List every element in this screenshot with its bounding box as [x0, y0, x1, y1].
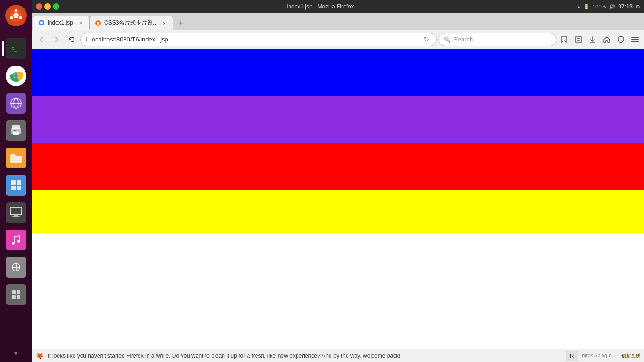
svg-point-4: [10, 16, 13, 19]
svg-rect-20: [11, 186, 16, 190]
taskbar-icon-misc2[interactable]: [4, 282, 28, 307]
globe-icon: [9, 97, 23, 110]
search-icon: 🔍: [444, 36, 451, 43]
taskbar-icon-files[interactable]: [4, 146, 28, 170]
chrome-icon: [9, 69, 23, 83]
status-right: https://blog.c... 创新互联: [582, 353, 640, 359]
shield-btn[interactable]: [615, 33, 627, 46]
purple-block: [32, 96, 644, 143]
taskbar: $_: [0, 0, 32, 362]
bookmark-btn[interactable]: [558, 33, 570, 46]
home-btn[interactable]: [601, 33, 613, 46]
status-message: It looks like you haven't started Firefo…: [48, 353, 562, 359]
svg-rect-33: [17, 295, 20, 299]
svg-point-1: [13, 13, 19, 18]
window-title: index1.jsp - Mozilla Firefox: [63, 3, 578, 10]
tab2-close-btn[interactable]: ×: [160, 19, 168, 27]
new-tab-btn[interactable]: +: [174, 16, 187, 30]
svg-point-37: [97, 22, 99, 25]
taskbar-expand-btn[interactable]: ▼: [5, 349, 27, 358]
wifi-icon: ▸: [578, 4, 580, 10]
menu-btn[interactable]: [629, 33, 641, 46]
svg-rect-21: [17, 186, 21, 190]
menu-icon: [631, 37, 639, 42]
terminal-icon: $_: [9, 43, 23, 54]
status-bar: 🦊 It looks like you haven't started Fire…: [32, 349, 644, 362]
home-icon: [603, 36, 611, 43]
ubuntu-logo-icon: [9, 9, 23, 22]
taskbar-icon-chrome[interactable]: [4, 64, 28, 88]
blue-block: [32, 49, 644, 96]
tab-bar: index1.jsp × CSS3名片式卡片设... × +: [32, 13, 644, 30]
title-bar: index1.jsp - Mozilla Firefox ▸ 🔋 100% 🔊 …: [32, 0, 644, 13]
reader-icon: [575, 36, 582, 43]
volume-icon: 🔊: [609, 4, 615, 10]
taskbar-icon-printer[interactable]: [4, 118, 28, 143]
navigation-bar: ℹ localhost:8080/T6/index1.jsp ↻ 🔍 Searc…: [32, 30, 644, 49]
svg-rect-23: [14, 215, 18, 216]
svg-rect-17: [14, 130, 16, 131]
forward-icon: [53, 36, 60, 43]
status-refresh-label: R: [570, 353, 574, 359]
svg-rect-19: [17, 180, 21, 185]
maximize-btn[interactable]: [53, 3, 59, 10]
taskbar-icon-ubuntu[interactable]: [4, 3, 28, 28]
search-bar[interactable]: 🔍 Search: [438, 33, 556, 46]
battery-icon: 🔋: [583, 4, 590, 10]
tab1-close-btn[interactable]: ×: [77, 19, 84, 26]
status-refresh-btn[interactable]: R: [566, 351, 578, 361]
taskbar-icon-music[interactable]: [4, 228, 28, 252]
status-url: https://blog.c...: [582, 353, 616, 358]
minimize-btn[interactable]: [44, 3, 51, 10]
svg-point-35: [40, 21, 43, 24]
svg-rect-24: [12, 216, 20, 217]
lock-icon: ℹ: [85, 36, 88, 43]
svg-rect-18: [11, 180, 16, 185]
taskbar-icon-terminal[interactable]: $_: [4, 36, 28, 61]
taskbar-icon-workbench[interactable]: [4, 173, 28, 197]
svg-text:$_: $_: [11, 46, 17, 52]
url-text: localhost:8080/T6/index1.jsp: [91, 36, 418, 43]
workbench-icon: [9, 179, 23, 192]
bookmark-icon: [561, 36, 568, 43]
refresh-button[interactable]: [65, 33, 78, 46]
misc2-icon: [10, 288, 22, 301]
red-block: [32, 143, 644, 190]
svg-point-25: [12, 242, 15, 245]
settings-icon[interactable]: ⚙: [636, 4, 640, 10]
taskbar-icon-monitor[interactable]: [4, 200, 28, 225]
download-btn[interactable]: [586, 33, 599, 46]
svg-rect-38: [575, 37, 582, 42]
battery-level: 100%: [593, 4, 606, 9]
forward-button[interactable]: [50, 33, 63, 46]
taskbar-icon-misc1[interactable]: [4, 255, 28, 280]
browser-window: index1.jsp - Mozilla Firefox ▸ 🔋 100% 🔊 …: [32, 0, 644, 362]
clock: 07:13: [618, 3, 633, 10]
tab2-favicon: [95, 20, 101, 26]
address-bar[interactable]: ℹ localhost:8080/T6/index1.jsp ↻: [80, 33, 437, 46]
music-icon: [10, 234, 22, 246]
close-btn[interactable]: [36, 3, 42, 10]
watermark-text: 创新互联: [621, 353, 640, 358]
taskbar-icon-globe[interactable]: [4, 91, 28, 115]
page-content: [32, 49, 644, 349]
download-icon: [589, 36, 596, 43]
tab-css3[interactable]: CSS3名片式卡片设... ×: [90, 16, 173, 30]
svg-point-26: [17, 240, 20, 243]
reader-btn[interactable]: [572, 33, 585, 46]
svg-rect-16: [13, 132, 19, 135]
shield-icon: [618, 36, 624, 43]
refresh-icon: [68, 36, 75, 43]
svg-rect-22: [10, 207, 22, 215]
tab-index1[interactable]: index1.jsp ×: [33, 16, 90, 30]
folder-icon: [9, 152, 23, 164]
svg-point-10: [14, 74, 18, 78]
svg-rect-30: [12, 290, 16, 294]
misc1-icon: [10, 261, 22, 273]
svg-point-2: [15, 9, 17, 12]
monitor-icon: [9, 206, 23, 219]
search-placeholder: Search: [454, 36, 473, 43]
address-refresh-icon: ↻: [421, 34, 431, 45]
back-button[interactable]: [35, 33, 48, 46]
tab1-title: index1.jsp: [48, 19, 74, 26]
